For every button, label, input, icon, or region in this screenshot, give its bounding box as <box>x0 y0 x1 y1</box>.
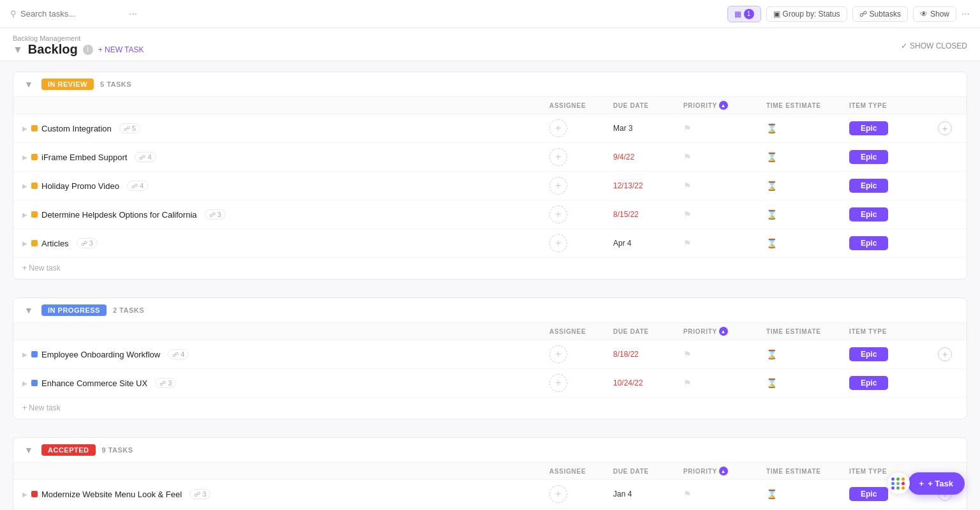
subtask-count[interactable]: ☍ 3 <box>205 209 226 220</box>
col-header-item-type: ITEM TYPE <box>849 101 932 110</box>
assignee-avatar[interactable]: + <box>549 177 567 195</box>
subtask-num: 5 <box>132 124 136 132</box>
task-row[interactable]: ▶ Modernize Website Menu Look & Feel ☍ 3… <box>13 480 967 509</box>
subtask-icon: ☍ <box>139 154 145 161</box>
col-header-priority[interactable]: PRIORITY ▲ <box>683 467 766 476</box>
status-badge-in-review: IN REVIEW <box>41 79 94 90</box>
col-header-item-type: ITEM TYPE <box>849 327 932 336</box>
assignee-cell[interactable]: + <box>549 374 613 392</box>
more-options-icon[interactable]: ⋯ <box>129 9 137 19</box>
epic-badge: Epic <box>849 376 888 390</box>
priority-cell: ⚑ <box>683 181 766 191</box>
subtask-count[interactable]: ☍ 4 <box>168 349 189 359</box>
due-date-cell: 8/18/22 <box>613 350 683 359</box>
assignee-cell[interactable]: + <box>549 148 613 166</box>
priority-dot <box>31 240 38 246</box>
collapse-in-review-icon[interactable]: ▼ <box>22 79 35 89</box>
assignee-cell[interactable]: + <box>549 206 613 223</box>
filter-badge: 1 <box>744 9 754 19</box>
expand-arrow[interactable]: ▶ <box>22 240 27 247</box>
expand-arrow[interactable]: ▶ <box>22 125 27 132</box>
subtask-count[interactable]: ☍ 3 <box>77 238 98 248</box>
subtask-count[interactable]: ☍ 3 <box>155 378 176 388</box>
search-area[interactable]: ⚲ ⋯ <box>10 9 722 19</box>
expand-arrow[interactable]: ▶ <box>22 154 27 161</box>
task-row[interactable]: ▶ Employee Onboarding Workflow ☍ 4 +8/18… <box>13 340 967 369</box>
assignee-cell[interactable]: + <box>549 485 613 503</box>
new-task-link[interactable]: + New task <box>22 403 61 412</box>
flag-icon: ⚑ <box>683 238 692 248</box>
task-name: Employee Onboarding Workflow <box>41 350 160 359</box>
assignee-cell[interactable]: + <box>549 119 613 137</box>
page-header: Backlog Management ▼ Backlog i + NEW TAS… <box>0 28 980 61</box>
task-row[interactable]: ▶ Holiday Promo Video ☍ 4 +12/13/22⚑⌛Epi… <box>13 172 967 200</box>
section-in-progress: ▼ IN PROGRESS 2 TASKS ASSIGNEEDUE DATEPR… <box>13 297 967 419</box>
assignee-avatar[interactable]: + <box>549 345 567 363</box>
subtask-icon: ☍ <box>160 380 166 387</box>
subtask-count[interactable]: ☍ 5 <box>119 123 140 133</box>
flag-icon: ⚑ <box>683 209 692 220</box>
subtask-count[interactable]: ☍ 4 <box>127 181 148 191</box>
expand-arrow[interactable]: ▶ <box>22 211 27 218</box>
app-grid-button[interactable] <box>887 472 910 495</box>
task-row[interactable]: ▶ Determine Helpdesk Options for Califor… <box>13 200 967 229</box>
collapse-in-progress-icon[interactable]: ▼ <box>22 305 35 315</box>
hourglass-icon: ⌛ <box>766 238 777 248</box>
show-closed-button[interactable]: ✓ SHOW CLOSED <box>901 41 967 50</box>
info-icon[interactable]: i <box>83 45 93 55</box>
task-row[interactable]: ▶ Enhance Commerce Site UX ☍ 3 +10/24/22… <box>13 369 967 398</box>
assignee-avatar[interactable]: + <box>549 485 567 503</box>
search-icon: ⚲ <box>10 9 17 19</box>
task-row[interactable]: ▶ Custom Integration ☍ 5 +Mar 3⚑⌛Epic+ <box>13 114 967 143</box>
status-badge-in-progress: IN PROGRESS <box>41 304 107 316</box>
col-header-priority[interactable]: PRIORITY ▲ <box>683 101 766 110</box>
add-circle-button[interactable]: + <box>938 121 952 135</box>
add-circle-button[interactable]: + <box>938 347 952 361</box>
col-header-priority[interactable]: PRIORITY ▲ <box>683 327 766 336</box>
section-in-review: ▼ IN REVIEW 5 TASKS ASSIGNEEDUE DATEPRIO… <box>13 71 967 280</box>
task-row[interactable]: ▶ Articles ☍ 3 +Apr 4⚑⌛Epic <box>13 229 967 258</box>
assignee-avatar[interactable]: + <box>549 374 567 392</box>
hourglass-icon: ⌛ <box>766 123 777 133</box>
group-by-button[interactable]: ▣ Group by: Status <box>766 6 847 22</box>
assignee-cell[interactable]: + <box>549 177 613 195</box>
assignee-avatar[interactable]: + <box>549 206 567 223</box>
add-col: + <box>932 347 958 361</box>
expand-arrow[interactable]: ▶ <box>22 491 27 498</box>
item-type-cell: Epic <box>849 179 932 193</box>
collapse-accepted-icon[interactable]: ▼ <box>22 445 35 455</box>
flag-icon: ⚑ <box>683 123 692 133</box>
expand-arrow[interactable]: ▶ <box>22 183 27 190</box>
expand-arrow[interactable]: ▶ <box>22 380 27 387</box>
expand-arrow[interactable]: ▶ <box>22 351 27 358</box>
subtask-count[interactable]: ☍ 3 <box>189 489 211 499</box>
item-type-cell: Epic <box>849 121 932 135</box>
assignee-avatar[interactable]: + <box>549 234 567 252</box>
due-date-cell: 10/24/22 <box>613 379 683 387</box>
subtask-icon: ☍ <box>209 211 216 218</box>
priority-dot <box>31 380 38 386</box>
priority-cell: ⚑ <box>683 349 766 359</box>
time-estimate-cell: ⌛ <box>766 209 849 220</box>
col-name <box>22 327 549 336</box>
assignee-cell[interactable]: + <box>549 234 613 252</box>
assignee-avatar[interactable]: + <box>549 148 567 166</box>
subtask-count[interactable]: ☍ 4 <box>135 152 156 162</box>
task-name: Articles <box>41 239 69 248</box>
task-name-cell: ▶ iFrame Embed Support ☍ 4 <box>22 152 549 162</box>
add-task-fab[interactable]: + + Task <box>908 472 965 495</box>
assignee-cell[interactable]: + <box>549 345 613 363</box>
search-input[interactable] <box>20 9 122 19</box>
due-date-value: 8/15/22 <box>613 210 639 219</box>
show-button[interactable]: 👁 Show <box>913 6 956 22</box>
topbar-more-icon[interactable]: ⋯ <box>961 9 970 19</box>
collapse-backlog-icon[interactable]: ▼ <box>13 44 23 56</box>
task-row[interactable]: ▶ iFrame Embed Support ☍ 4 +9/4/22⚑⌛Epic <box>13 143 967 172</box>
subtask-num: 3 <box>168 379 172 387</box>
task-name-cell: ▶ Articles ☍ 3 <box>22 238 549 248</box>
filter-button[interactable]: ▦ 1 <box>727 6 761 22</box>
new-task-link[interactable]: + New task <box>22 264 61 273</box>
assignee-avatar[interactable]: + <box>549 119 567 137</box>
new-task-button[interactable]: + NEW TASK <box>98 45 144 54</box>
subtasks-button[interactable]: ☍ Subtasks <box>852 6 908 22</box>
